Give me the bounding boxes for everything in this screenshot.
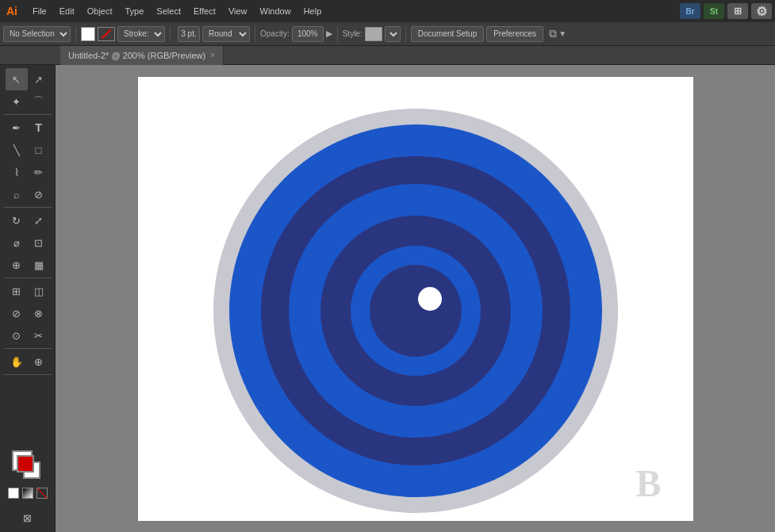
gradient-swatch[interactable] [22, 488, 33, 499]
left-toolbar: ↖ ↗ ✦ ⌒ ✒ T ╲ □ ⌇ ✏ ⌕ ⊘ ↻ ⤢ ⌀ [0, 65, 56, 532]
menu-type[interactable]: Type [120, 5, 150, 17]
tool-row-9: ⊕ ▦ [6, 254, 50, 276]
sep1 [75, 26, 76, 42]
svg-point-7 [418, 287, 442, 311]
menu-bar: Ai File Edit Object Type Select Effect V… [0, 0, 775, 22]
menu-view[interactable]: View [223, 5, 253, 17]
tool-row-11: ⊘ ⊗ [6, 302, 50, 324]
tool-sep-1 [4, 114, 52, 115]
rotate-tool[interactable]: ↻ [6, 209, 28, 232]
workspace-icon[interactable]: ⊞ [727, 3, 748, 19]
fill-color-swatch[interactable] [81, 27, 95, 41]
menu-file[interactable]: File [27, 5, 52, 17]
tool-row-3: ✒ T [6, 117, 50, 139]
arrange-icon[interactable]: ⧉ [549, 27, 557, 40]
preferences-button[interactable]: Preferences [486, 26, 543, 42]
stock-icon[interactable]: St [704, 3, 724, 19]
sep3 [255, 26, 255, 42]
tool-sep-4 [4, 348, 52, 349]
tab-bar: Untitled-2* @ 200% (RGB/Preview) × [0, 46, 775, 65]
app-logo: Ai [3, 5, 21, 17]
bridge-icon[interactable]: Br [680, 3, 700, 19]
document-tab[interactable]: Untitled-2* @ 200% (RGB/Preview) × [60, 46, 224, 65]
canvas-area[interactable]: B [56, 65, 775, 532]
tool-row-12: ⊙ ✂ [6, 324, 50, 346]
magic-wand-tool[interactable]: ✦ [6, 90, 28, 113]
selection-group: No Selection [3, 26, 71, 42]
arrange-dropdown[interactable]: ▼ [558, 29, 566, 38]
tool-row-6: ⌕ ⊘ [6, 183, 50, 205]
tool-row-7: ↻ ⤢ [6, 209, 50, 232]
none-icon[interactable] [36, 488, 48, 499]
stroke-weight-input[interactable] [178, 26, 200, 42]
lasso-tool[interactable]: ⌒ [28, 90, 50, 113]
tool-sep-2 [4, 207, 52, 208]
tab-close-button[interactable]: × [210, 51, 215, 59]
tool-row-8: ⌀ ⊡ [6, 232, 50, 254]
menu-edit[interactable]: Edit [54, 5, 80, 17]
tool-row-5: ⌇ ✏ [6, 161, 50, 183]
opacity-arrow[interactable]: ▶ [326, 29, 332, 39]
tool-row-4: ╲ □ [6, 139, 50, 161]
graph-tool[interactable]: ▦ [28, 254, 50, 276]
blend-tool[interactable]: ⊗ [28, 302, 50, 324]
stroke-swatch[interactable] [17, 455, 34, 473]
document-setup-button[interactable]: Document Setup [411, 26, 485, 42]
rectangle-tool[interactable]: □ [28, 139, 50, 161]
tab-title: Untitled-2* @ 200% (RGB/Preview) [68, 51, 205, 60]
selection-dropdown[interactable]: No Selection [3, 26, 71, 42]
tool-row-13: ✋ ⊕ [6, 350, 50, 373]
tool-row-2: ✦ ⌒ [6, 90, 50, 113]
eyedropper-tool[interactable]: ⊘ [6, 302, 28, 324]
paintbrush-tool[interactable]: ⌇ [6, 161, 28, 183]
tool-row-1: ↖ ↗ [6, 68, 50, 90]
symbol-tool[interactable]: ⊕ [6, 254, 28, 276]
blob-brush-tool[interactable]: ⌕ [6, 183, 28, 205]
style-dropdown[interactable]: ▼ [385, 26, 401, 42]
style-swatch[interactable] [365, 27, 382, 41]
none-swatch[interactable] [8, 488, 19, 499]
style-label: Style: [343, 29, 363, 38]
menu-object[interactable]: Object [82, 5, 118, 17]
artboard-tool[interactable]: ⊠ [17, 507, 39, 529]
direct-selection-tool[interactable]: ↗ [28, 68, 50, 90]
stroke-color-swatch[interactable] [98, 27, 115, 41]
tool-sep-5 [4, 374, 52, 375]
svg-point-6 [370, 265, 462, 357]
sync-icon[interactable]: ⚙ [751, 3, 772, 19]
free-transform-tool[interactable]: ⊡ [28, 232, 50, 254]
stroke-dropdown[interactable]: Stroke: [117, 26, 165, 42]
opacity-label: Opacity: [260, 29, 290, 38]
menu-effect[interactable]: Effect [188, 5, 221, 17]
canvas-background: B [56, 65, 775, 532]
scale-tool[interactable]: ⤢ [28, 209, 50, 232]
scissors-tool[interactable]: ✂ [28, 324, 50, 346]
main-layout: ↖ ↗ ✦ ⌒ ✒ T ╲ □ ⌇ ✏ ⌕ ⊘ ↻ ⤢ ⌀ [0, 65, 775, 532]
color-mode-icons [8, 488, 48, 499]
arrange-icons: ⧉ ▼ [549, 27, 566, 40]
color-swatches-area [8, 446, 48, 503]
tool-sep-3 [4, 277, 52, 278]
tool-row-10: ⊞ ◫ [6, 280, 50, 302]
menu-select[interactable]: Select [151, 5, 186, 17]
menu-window[interactable]: Window [255, 5, 297, 17]
line-tool[interactable]: ╲ [6, 139, 28, 161]
mesh-tool[interactable]: ⊞ [6, 280, 28, 302]
stroke-type-dropdown[interactable]: Round Miter Bevel [202, 26, 250, 42]
eraser-tool[interactable]: ⊘ [28, 183, 50, 205]
warp-tool[interactable]: ⌀ [6, 232, 28, 254]
artboard: B [138, 77, 693, 521]
gradient-tool[interactable]: ◫ [28, 280, 50, 302]
artwork-svg [194, 77, 638, 521]
pen-tool[interactable]: ✒ [6, 117, 28, 139]
options-toolbar: No Selection Stroke: Round Miter Bevel O… [0, 22, 775, 46]
live-paint-tool[interactable]: ⊙ [6, 324, 28, 346]
type-tool[interactable]: T [28, 117, 50, 139]
pencil-tool[interactable]: ✏ [28, 161, 50, 183]
selection-tool[interactable]: ↖ [6, 68, 28, 90]
opacity-input[interactable] [292, 26, 324, 42]
hand-tool[interactable]: ✋ [6, 350, 28, 373]
sep4 [337, 26, 338, 42]
zoom-tool[interactable]: ⊕ [28, 350, 50, 373]
menu-help[interactable]: Help [298, 5, 328, 17]
